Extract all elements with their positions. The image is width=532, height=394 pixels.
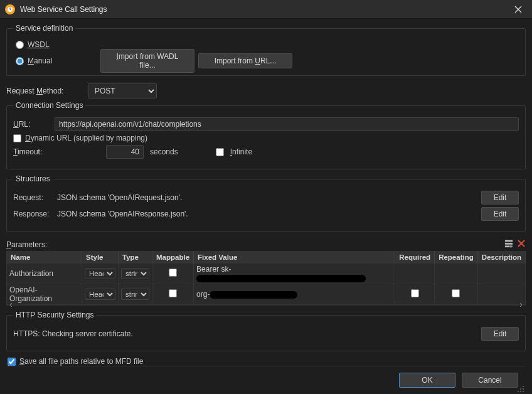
service-definition-legend: Service definition: [13, 24, 75, 33]
http-security-status: HTTPS: Checking server certificate.: [13, 329, 476, 338]
param-repeating-checkbox[interactable]: [452, 289, 460, 297]
manual-label[interactable]: Manual: [28, 56, 97, 65]
structures-legend: Structures: [13, 174, 53, 183]
svg-point-5: [520, 388, 521, 390]
table-row[interactable]: OpenAI-Organization Header string org-: [7, 284, 526, 305]
manual-radio[interactable]: [16, 57, 24, 65]
delete-parameter-button[interactable]: [517, 239, 526, 250]
svg-rect-3: [505, 246, 509, 248]
request-method-label: Request Method:: [6, 87, 82, 95]
parameters-table-header: Name Style Type Mappable Fixed Value Req…: [7, 252, 526, 264]
param-required-cell[interactable]: [395, 264, 435, 284]
param-fixed-value-cell[interactable]: org-: [194, 284, 395, 305]
structures-group: Structures Request: JSON schema 'OpenAIR…: [6, 174, 526, 232]
wsdl-label[interactable]: WSDL: [28, 40, 50, 49]
param-type-select[interactable]: string: [121, 268, 149, 279]
request-method-row: Request Method: POST: [6, 83, 526, 98]
response-schema-value: JSON schema 'OpenAIResponse.json'.: [57, 210, 476, 218]
save-relative-paths-checkbox[interactable]: [8, 358, 16, 366]
http-security-legend: HTTP Security Settings: [13, 311, 97, 319]
close-icon: [514, 6, 522, 13]
edit-request-button[interactable]: Edit: [481, 191, 519, 205]
param-style-select[interactable]: Header: [85, 289, 115, 300]
edit-response-button[interactable]: Edit: [481, 207, 519, 221]
chevron-left-icon: [9, 303, 13, 307]
redacted-value: [210, 291, 297, 299]
parameters-label: Parameters:: [6, 240, 504, 249]
request-schema-value: JSON schema 'OpenAIRequest.json'.: [57, 193, 476, 202]
window-title: Web Service Call Settings: [20, 5, 509, 14]
table-horizontal-scrollbar[interactable]: [6, 305, 526, 306]
param-repeating-cell[interactable]: [435, 264, 478, 284]
response-schema-label: Response:: [13, 210, 52, 218]
parameters-header: Parameters:: [6, 239, 526, 250]
svg-point-8: [520, 391, 521, 392]
timeout-input[interactable]: [106, 145, 144, 159]
wsdl-radio[interactable]: [16, 41, 24, 49]
param-name-cell[interactable]: Authorization: [7, 264, 82, 284]
url-label: URL:: [13, 120, 48, 129]
table-row[interactable]: Authorization Header string Bearer sk-: [7, 264, 526, 284]
request-schema-label: Request:: [13, 193, 52, 202]
service-definition-group: Service definition WSDL Manual Import fr…: [6, 24, 526, 76]
param-fixed-value-cell[interactable]: Bearer sk-: [194, 264, 395, 284]
connection-settings-legend: Connection Settings: [13, 101, 85, 110]
col-mappable[interactable]: Mappable: [152, 252, 194, 264]
delete-icon: [517, 239, 526, 248]
param-required-checkbox[interactable]: [411, 289, 419, 297]
dialog-content: Service definition WSDL Manual Import fr…: [0, 19, 532, 394]
col-type[interactable]: Type: [119, 252, 152, 264]
param-name-cell[interactable]: OpenAI-Organization: [7, 284, 82, 305]
svg-point-9: [523, 391, 524, 392]
close-button[interactable]: [509, 3, 527, 16]
cancel-button[interactable]: Cancel: [462, 373, 518, 388]
param-type-select[interactable]: string: [121, 289, 149, 300]
url-input[interactable]: [55, 117, 519, 131]
insert-row-icon: [504, 239, 513, 248]
infinite-label[interactable]: Infinite: [230, 147, 252, 156]
param-description-cell[interactable]: [477, 284, 525, 305]
svg-point-4: [523, 386, 524, 387]
param-mappable-checkbox[interactable]: [169, 269, 177, 277]
request-method-select[interactable]: POST: [88, 83, 157, 98]
col-fixed-value[interactable]: Fixed Value: [194, 252, 395, 264]
save-relative-paths-label[interactable]: Save all file paths relative to MFD file: [19, 357, 143, 366]
svg-point-6: [523, 388, 524, 390]
param-style-select[interactable]: Header: [85, 268, 115, 279]
col-name[interactable]: Name: [7, 252, 82, 264]
http-security-group: HTTP Security Settings HTTPS: Checking s…: [6, 311, 526, 351]
resize-grip-icon[interactable]: [517, 385, 524, 393]
timeout-label: Timeout:: [13, 147, 48, 156]
titlebar: Web Service Call Settings: [0, 0, 532, 19]
infinite-checkbox[interactable]: [216, 148, 224, 156]
col-description[interactable]: Description: [477, 252, 525, 264]
import-wadl-button[interactable]: Import from WADL file...: [100, 49, 194, 73]
timeout-unit: seconds: [150, 147, 178, 156]
import-url-button[interactable]: Import from URL...: [198, 53, 292, 68]
param-description-cell[interactable]: [477, 264, 525, 284]
app-icon: [5, 4, 15, 14]
ok-button[interactable]: OK: [399, 373, 455, 388]
svg-point-7: [518, 391, 519, 392]
dialog-footer: OK Cancel: [6, 366, 526, 394]
connection-settings-group: Connection Settings URL: Dynamic URL (su…: [6, 101, 526, 169]
col-required[interactable]: Required: [395, 252, 435, 264]
edit-http-security-button[interactable]: Edit: [481, 327, 519, 341]
svg-rect-1: [505, 240, 513, 242]
dynamic-url-checkbox[interactable]: [13, 134, 21, 142]
parameters-table: Name Style Type Mappable Fixed Value Req…: [6, 251, 526, 305]
clock-icon: [7, 6, 13, 13]
chevron-right-icon: [519, 303, 523, 307]
param-mappable-checkbox[interactable]: [169, 289, 177, 297]
col-style[interactable]: Style: [82, 252, 119, 264]
add-parameter-button[interactable]: [504, 239, 513, 250]
dynamic-url-label[interactable]: Dynamic URL (supplied by mapping): [25, 134, 147, 142]
redacted-value: [196, 275, 366, 282]
svg-rect-2: [505, 243, 513, 245]
col-repeating[interactable]: Repeating: [435, 252, 478, 264]
